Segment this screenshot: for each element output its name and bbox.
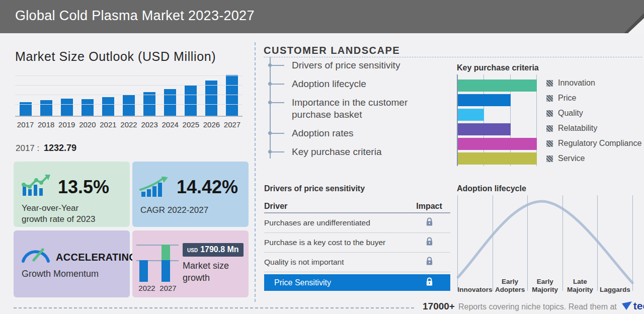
legend-label: Price [558, 94, 576, 103]
gridline [493, 195, 493, 291]
market-bar-label: 2023 [139, 120, 160, 129]
technavio-logo[interactable]: technavio™ [622, 300, 644, 312]
landscape-item-label: Key purchase criteria [292, 146, 381, 157]
stage-label-innovators: Innovators [457, 286, 493, 294]
gridline [15, 95, 243, 95]
lock-icon [408, 237, 450, 248]
landscape-item-label: Drivers of price sensitivity [292, 60, 400, 70]
market-bar-slot [201, 75, 222, 116]
legend-item: Innovation [546, 75, 641, 91]
legend-item: Regulatory Compliance [546, 136, 641, 151]
legend-label: Quality [558, 109, 583, 118]
customer-landscape-list: Drivers of price sensitivityAdoption lif… [264, 59, 445, 165]
stage-label-early-majority: Early Majority [527, 278, 562, 294]
yoy-growth-card: 13.5% Year-over-Year growth rate of 2023 [14, 162, 130, 227]
reference-line [136, 245, 179, 246]
gridline [527, 195, 528, 291]
driver-cell: Quality is not important [264, 258, 408, 267]
brand-tech: tech [633, 300, 644, 312]
hatch-swatch-icon [546, 110, 553, 117]
driver-cell: Purchases are undifferentiated [264, 218, 408, 227]
list-bullet-connector [271, 84, 284, 85]
market-bar-2018 [40, 100, 52, 116]
vertical-dashed-divider [255, 42, 256, 302]
hatch-swatch-icon [546, 125, 553, 132]
landscape-list-item: Adoption rates [264, 127, 443, 139]
landscape-list-item: Importance in the customer purchase bask… [264, 97, 443, 121]
report-count: 17000+ [423, 301, 455, 312]
infographic-root: Global Cold Plasma Market 2023-2027 Mark… [0, 0, 644, 314]
footer-text: Reports covering niche topics. Read them… [458, 302, 617, 311]
customer-landscape-title: CUSTOMER LANDSCAPE [264, 45, 400, 56]
market-size-labels: 2017201820192020202120222023202420252026… [15, 120, 243, 129]
market-bar-2020 [82, 99, 94, 116]
market-bar-label: 2019 [56, 120, 77, 129]
cagr-value: 14.42% [177, 177, 238, 198]
mini-bar-2022 [139, 260, 148, 282]
gridline [562, 195, 563, 291]
table-rows: Purchases are undifferentiatedPurchase i… [264, 213, 450, 272]
market-bar-label: 2024 [160, 120, 181, 129]
list-bullet-connector [271, 102, 284, 103]
table-header-row: Driver Impact [264, 200, 450, 213]
stage-label-late-majority: Late Majority [562, 278, 598, 294]
mini-chart-years: 2022 2027 [136, 284, 179, 292]
criteria-bar-regulatory-compliance [458, 138, 537, 150]
legend-label: Regulatory Compliance [558, 139, 641, 148]
bottom-dashed-divider [14, 307, 414, 308]
highlight-label: Price Sensitivity [264, 278, 408, 287]
market-bar-slot [139, 75, 160, 116]
momentum-value: ACCELERATING [56, 252, 137, 263]
legend-item: Price [546, 91, 641, 106]
landscape-item-label: Importance in the customer purchase bask… [292, 97, 408, 120]
landscape-item-label: Adoption lifecycle [292, 78, 366, 89]
market-bar-2021 [102, 97, 114, 116]
landscape-list-item: Key purchase criteria [264, 146, 443, 158]
legend-item: Service [546, 151, 641, 166]
purchase-criteria-title: Key purchase criteria [457, 63, 539, 72]
list-bullet-connector [271, 151, 284, 152]
page-title: Global Cold Plasma Market 2023-2027 [15, 8, 255, 24]
gridline [15, 85, 243, 86]
table-row: Purchase is a key cost to the buyer [264, 233, 450, 253]
driver-column-header: Driver [264, 202, 408, 211]
adoption-lifecycle-chart: InnovatorsEarly AdoptersEarly MajorityLa… [457, 195, 635, 295]
market-bar-2022 [123, 95, 135, 116]
momentum-caption: Growth Momentum [22, 269, 99, 279]
growth-arrow-icon [139, 177, 169, 198]
market-bar-2027 [226, 75, 238, 116]
mini-bar-2027-growth [162, 245, 170, 260]
market-bar-slot [222, 75, 243, 116]
growth-caption-line2: growth [183, 272, 229, 284]
market-bar-label: 2027 [222, 120, 243, 129]
market-bar-label: 2025 [181, 120, 201, 129]
criteria-bar-relatability [458, 123, 511, 135]
page-curl-decoration [621, 13, 644, 33]
adoption-lifecycle-title: Adoption lifecycle [457, 184, 526, 193]
market-bar-label: 2017 [15, 120, 36, 129]
market-size-chart: 2017201820192020202120222023202420252026… [15, 75, 243, 129]
mini-year-start: 2022 [136, 284, 157, 292]
list-bullet-connector [271, 65, 284, 66]
criteria-legend: InnovationPriceQualityRelatabilityRegula… [546, 75, 641, 166]
annotation-separator: : [37, 143, 40, 153]
market-bar-slot [77, 75, 98, 116]
badge-currency: USD [187, 248, 198, 253]
cagr-caption: CAGR 2022-2027 [140, 205, 208, 216]
hatch-swatch-icon [546, 80, 553, 87]
purchase-criteria-chart [457, 74, 537, 166]
technavio-logo-icon [622, 301, 632, 310]
hatch-swatch-icon [546, 155, 553, 162]
legend-label: Relatability [558, 124, 597, 133]
header-bar: Global Cold Plasma Market 2023-2027 [0, 0, 644, 33]
market-size-growth-card: 2022 2027 USD1790.8 Mn Market size growt… [132, 230, 249, 297]
yoy-caption-line2: growth rate of 2023 [22, 214, 95, 225]
market-bar-slot [98, 75, 118, 116]
market-bar-slot [181, 75, 201, 116]
mini-year-end: 2027 [157, 284, 179, 292]
market-bar-slot [15, 75, 36, 116]
stage-label-laggards: Laggards [597, 286, 632, 294]
driver-cell: Purchase is a key cost to the buyer [264, 238, 408, 247]
criteria-bar-innovation [458, 80, 537, 92]
legend-label: Service [558, 154, 585, 163]
